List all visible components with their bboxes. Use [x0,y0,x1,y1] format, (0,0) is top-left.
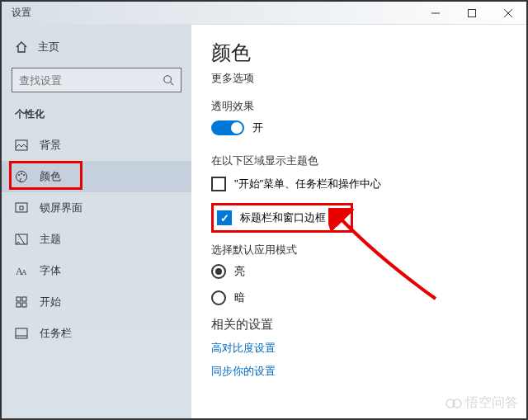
svg-rect-20 [16,328,27,338]
svg-point-8 [18,174,20,176]
picture-icon [15,139,28,152]
section-header: 个性化 [2,104,191,130]
svg-point-10 [23,174,25,176]
nav-label: 颜色 [40,169,61,184]
nav-item-background[interactable]: 背景 [2,130,191,161]
svg-point-4 [164,76,172,83]
radio-light-label: 亮 [234,264,245,279]
close-icon [504,9,512,17]
nav-label: 锁屏界面 [40,201,82,215]
home-icon [15,40,28,54]
search-box[interactable] [12,68,182,92]
svg-rect-17 [22,297,26,301]
close-button[interactable] [490,2,526,25]
svg-rect-19 [22,303,26,307]
link-high-contrast[interactable]: 高对比度设置 [211,341,507,356]
toggle-state: 开 [252,120,263,135]
nav-item-fonts[interactable]: AA 字体 [2,255,191,286]
transparency-toggle[interactable] [211,120,244,135]
minimize-button[interactable] [417,2,454,25]
svg-rect-11 [16,203,27,212]
nav-label: 背景 [40,138,61,153]
sidebar: 主页 个性化 背景 颜色 锁屏界面 主题 AA 字体 开始 [2,25,191,418]
accent-surfaces-label: 在以下区域显示主题色 [211,153,507,168]
search-icon [163,74,174,86]
nav-item-taskbar[interactable]: 任务栏 [2,318,191,349]
page-title: 颜色 [211,40,507,66]
radio-unselected-icon [211,290,226,305]
nav-label: 主题 [40,232,61,247]
palette-icon [15,170,28,183]
checkbox-title-label: 标题栏和窗口边框 [240,210,326,225]
start-icon [15,295,28,309]
minimize-icon [431,9,440,17]
checkbox-checked-icon [217,210,232,225]
nav-item-lockscreen[interactable]: 锁屏界面 [2,192,191,224]
nav-item-start[interactable]: 开始 [2,286,191,318]
home-label: 主页 [38,40,59,54]
radio-row-dark[interactable]: 暗 [211,290,507,305]
related-header: 相关的设置 [211,317,507,333]
nav-label: 任务栏 [40,326,72,341]
svg-text:A: A [21,268,27,276]
taskbar-icon [15,327,28,340]
checkbox-start-label: "开始"菜单、任务栏和操作中心 [234,177,381,191]
link-sync[interactable]: 同步你的设置 [211,364,507,379]
more-options: 更多选项 [211,71,507,86]
checkbox-row-start[interactable]: "开始"菜单、任务栏和操作中心 [211,175,507,193]
themes-icon [15,233,28,246]
lockscreen-icon [15,201,28,215]
checkbox-row-titlebar[interactable]: 标题栏和窗口边框 [217,209,326,227]
search-input[interactable] [19,74,163,87]
svg-rect-16 [16,297,21,301]
nav-label: 开始 [40,295,61,309]
main-panel: 颜色 更多选项 透明效果 开 在以下区域显示主题色 "开始"菜单、任务栏和操作中… [191,25,526,418]
svg-rect-6 [16,140,27,150]
maximize-button[interactable] [454,2,490,25]
radio-selected-icon [211,264,226,279]
radio-row-light[interactable]: 亮 [211,264,507,279]
svg-line-5 [171,83,174,86]
svg-rect-12 [20,206,23,210]
nav-label: 字体 [40,263,61,278]
svg-rect-1 [469,9,476,17]
maximize-icon [468,9,476,17]
nav-item-colors[interactable]: 颜色 [2,161,191,192]
home-nav[interactable]: 主页 [2,33,191,61]
app-mode-label: 选择默认应用模式 [211,243,507,257]
svg-point-7 [16,172,27,182]
titlebar: 设置 [2,2,526,25]
transparency-label: 透明效果 [211,99,507,114]
svg-point-9 [21,173,22,175]
radio-dark-label: 暗 [234,290,245,305]
svg-rect-18 [16,303,21,307]
window-title: 设置 [12,6,31,20]
checkbox-unchecked-icon [211,177,226,191]
nav-item-themes[interactable]: 主题 [2,224,191,255]
fonts-icon: AA [15,264,28,277]
